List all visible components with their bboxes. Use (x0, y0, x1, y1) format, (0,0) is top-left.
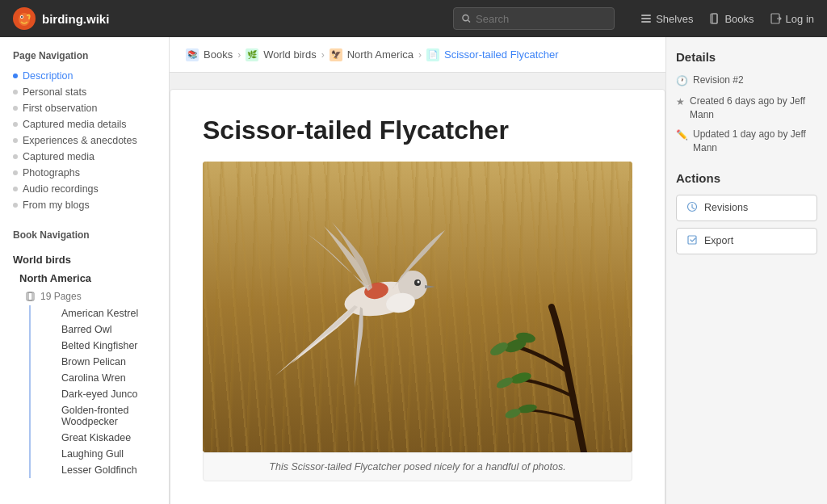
detail-updated: ✏️ Updated 1 day ago by Jeff Mann (676, 128, 817, 155)
breadcrumb: 📚 Books › 🌿 World birds › 🦅 North Americ… (170, 37, 665, 73)
nav-dot (13, 122, 18, 127)
svg-rect-12 (27, 292, 32, 300)
revisions-icon (686, 201, 698, 215)
svg-rect-7 (641, 18, 651, 19)
logo[interactable]: birding.wiki (13, 7, 109, 30)
breadcrumb-sep-1: › (237, 49, 241, 61)
nav-dot (13, 90, 18, 94)
svg-rect-13 (28, 292, 34, 300)
branch-svg (455, 291, 632, 452)
app-name: birding.wiki (42, 12, 109, 26)
login-icon (770, 13, 782, 24)
right-sidebar: Details 🕐 Revision #2 ★ Created 6 days a… (665, 37, 827, 504)
description-heading: Description (203, 501, 632, 504)
page-nav-item-first-observation[interactable]: First observation (0, 100, 169, 116)
export-button[interactable]: Export (676, 228, 817, 254)
svg-point-3 (21, 16, 23, 18)
page-nav-item-captured-media-details[interactable]: Captured media details (0, 116, 169, 132)
books-icon (709, 13, 720, 24)
details-title: Details (676, 50, 817, 64)
search-input[interactable] (476, 13, 606, 25)
nav-dot (13, 203, 18, 208)
svg-rect-8 (641, 21, 651, 23)
book-page-lesser-goldfinch[interactable]: Lesser Goldfinch (29, 462, 169, 478)
article: Scissor-tailed Flycatcher (170, 89, 665, 504)
search-icon (462, 14, 471, 23)
detail-revision: 🕐 Revision #2 (676, 74, 817, 88)
north-america-bc-icon: 🦅 (330, 48, 342, 61)
svg-rect-6 (641, 15, 651, 16)
page-nav-item-personal-stats[interactable]: Personal stats (0, 84, 169, 100)
page-nav-list: Description Personal stats First observa… (0, 68, 169, 213)
svg-line-5 (468, 20, 470, 22)
nav-dot (13, 106, 18, 111)
book-page-golden-fronted-woodpecker[interactable]: Golden-fronted Woodpecker (29, 402, 169, 430)
breadcrumb-world-birds[interactable]: 🌿 World birds (246, 48, 317, 61)
page-layout: Page Navigation Description Personal sta… (0, 37, 827, 504)
star-icon: ★ (676, 95, 685, 109)
book-page-barred-owl[interactable]: Barred Owl (29, 321, 169, 338)
nav-dot-active (13, 74, 18, 78)
book-page-brown-pelican[interactable]: Brown Pelican (29, 354, 169, 370)
actions-title: Actions (676, 171, 817, 185)
left-sidebar: Page Navigation Description Personal sta… (0, 37, 170, 504)
nav-dot (13, 170, 18, 175)
books-link[interactable]: Books (709, 13, 754, 25)
pages-icon (26, 292, 36, 301)
svg-point-23 (510, 371, 532, 385)
nav-dot (13, 154, 18, 159)
page-nav-item-blogs[interactable]: From my blogs (0, 197, 169, 213)
export-svg-icon (686, 234, 698, 246)
svg-point-4 (463, 15, 468, 20)
book-nav-world-birds[interactable]: World birds (0, 250, 169, 269)
nav-dot (13, 187, 18, 191)
page-nav-item-experiences[interactable]: Experiences & anecdotes (0, 132, 169, 149)
page-nav-title: Page Navigation (0, 50, 169, 68)
breadcrumb-current-page[interactable]: 📄 Scissor-tailed Flycatcher (426, 48, 559, 61)
main-content: 📚 Books › 🌿 World birds › 🦅 North Americ… (170, 37, 665, 504)
world-birds-bc-icon: 🌿 (246, 48, 258, 61)
revisions-button[interactable]: Revisions (676, 195, 817, 221)
page-nav-item-photographs[interactable]: Photographs (0, 165, 169, 181)
topnav-right: Shelves Books Log in (640, 13, 814, 25)
pencil-icon: ✏️ (676, 128, 688, 142)
book-nav: World birds North America 19 Pages Ameri… (0, 250, 169, 478)
topnav: birding.wiki Shelves Books (0, 0, 827, 37)
article-title: Scissor-tailed Flycatcher (203, 116, 632, 145)
shelves-link[interactable]: Shelves (640, 13, 693, 25)
svg-point-18 (418, 281, 420, 284)
page-nav-item-audio[interactable]: Audio recordings (0, 181, 169, 197)
book-page-laughing-gull[interactable]: Laughing Gull (29, 446, 169, 462)
book-page-belted-kingfisher[interactable]: Belted Kingfisher (29, 338, 169, 354)
shelves-icon (640, 13, 652, 24)
search-bar[interactable] (453, 7, 615, 30)
bird-image (203, 162, 632, 452)
book-nav-title: Book Navigation (0, 229, 169, 247)
breadcrumb-sep-2: › (321, 49, 325, 61)
login-link[interactable]: Log in (770, 13, 814, 25)
book-nav-north-america[interactable]: North America (0, 269, 169, 288)
logo-icon (13, 7, 36, 30)
page-nav-item-description[interactable]: Description (0, 68, 169, 84)
books-bc-icon: 📚 (186, 48, 199, 61)
breadcrumb-books[interactable]: 📚 Books (186, 48, 233, 61)
detail-created: ★ Created 6 days ago by Jeff Mann (676, 94, 817, 122)
clock-icon: 🕐 (676, 74, 688, 88)
svg-rect-10 (712, 14, 717, 23)
book-page-carolina-wren[interactable]: Carolina Wren (29, 370, 169, 386)
revisions-svg-icon (686, 201, 698, 212)
image-caption: This Scissor-tailed Flycatcher posed nic… (203, 452, 632, 481)
pages-count: 19 Pages (0, 288, 169, 305)
page-nav-item-captured-media[interactable]: Captured media (0, 149, 169, 165)
export-icon (686, 234, 698, 248)
breadcrumb-sep-3: › (418, 49, 422, 61)
book-page-great-kiskadee[interactable]: Great Kiskadee (29, 430, 169, 446)
current-page-bc-icon: 📄 (426, 48, 439, 61)
svg-rect-9 (711, 14, 717, 23)
svg-point-24 (495, 376, 514, 390)
book-page-dark-eyed-junco[interactable]: Dark-eyed Junco (29, 386, 169, 402)
svg-rect-28 (688, 236, 696, 244)
book-page-american-kestrel[interactable]: American Kestrel (29, 305, 169, 321)
breadcrumb-north-america[interactable]: 🦅 North America (330, 48, 414, 61)
nav-dot (13, 138, 18, 143)
